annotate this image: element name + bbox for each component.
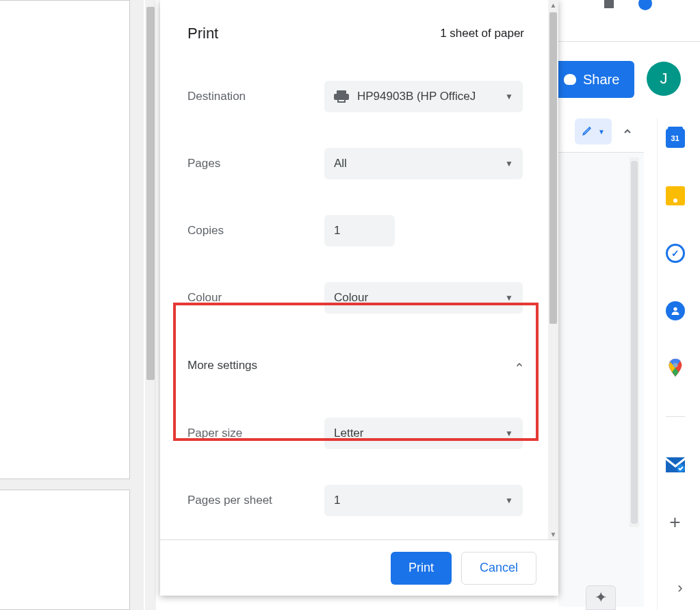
scroll-down-icon[interactable]: ▼ bbox=[548, 529, 558, 539]
caret-down-icon: ▼ bbox=[505, 496, 513, 505]
add-addon-icon[interactable]: + bbox=[666, 513, 685, 532]
chevron-up-icon bbox=[515, 360, 524, 372]
paper-size-label: Paper size bbox=[187, 427, 324, 440]
document-scrollbar[interactable] bbox=[630, 157, 639, 527]
print-button[interactable]: Print bbox=[391, 552, 452, 585]
share-label: Share bbox=[583, 72, 619, 88]
print-dialog: Print 1 sheet of paper Destination HP949… bbox=[160, 0, 558, 596]
cancel-button[interactable]: Cancel bbox=[461, 552, 536, 585]
slide-thumbnail[interactable] bbox=[0, 0, 130, 479]
more-settings-toggle[interactable]: More settings bbox=[160, 331, 552, 400]
side-panel: 31 + › bbox=[657, 118, 692, 610]
colour-select[interactable]: Colour ▼ bbox=[324, 282, 523, 314]
thumbnail-scrollbar[interactable] bbox=[145, 0, 156, 610]
toolbar-right: ▼ bbox=[575, 118, 640, 144]
scrollbar-thumb[interactable] bbox=[631, 161, 638, 524]
account-avatar[interactable]: J bbox=[647, 62, 681, 96]
side-panel-divider bbox=[666, 416, 685, 417]
pages-select[interactable]: All ▼ bbox=[324, 148, 523, 179]
share-button[interactable]: Share bbox=[553, 61, 634, 98]
svg-point-2 bbox=[673, 363, 677, 368]
slide-thumbnail-panel bbox=[0, 0, 144, 610]
destination-label: Destination bbox=[187, 90, 324, 103]
pages-per-sheet-value: 1 bbox=[334, 494, 340, 507]
caret-down-icon: ▼ bbox=[598, 128, 605, 136]
maps-icon[interactable] bbox=[666, 359, 685, 378]
tasks-icon[interactable] bbox=[666, 244, 685, 263]
scrollbar-thumb[interactable] bbox=[146, 7, 155, 380]
more-settings-label: More settings bbox=[187, 359, 257, 372]
colour-value: Colour bbox=[334, 291, 368, 305]
paper-size-value: Letter bbox=[334, 427, 363, 440]
scrollbar-thumb[interactable] bbox=[549, 12, 557, 324]
share-icon bbox=[564, 74, 576, 85]
caret-down-icon: ▼ bbox=[505, 159, 513, 168]
header-icon[interactable] bbox=[604, 0, 614, 8]
pencil-icon bbox=[582, 124, 594, 139]
destination-select[interactable]: HP94903B (HP OfficeJ ▼ bbox=[324, 81, 523, 112]
sparkle-icon: ✦ bbox=[595, 589, 607, 607]
caret-down-icon: ▼ bbox=[505, 92, 513, 101]
dialog-scrollbar[interactable]: ▲ ▼ bbox=[548, 0, 558, 539]
collapse-toolbar-button[interactable] bbox=[614, 118, 640, 144]
pages-value: All bbox=[334, 157, 347, 170]
destination-value: HP94903B (HP OfficeJ bbox=[357, 90, 476, 103]
slide-thumbnail[interactable] bbox=[0, 490, 130, 610]
mail-addon-icon[interactable] bbox=[666, 455, 685, 474]
side-panel-collapse-button[interactable]: › bbox=[665, 573, 695, 603]
calendar-icon[interactable]: 31 bbox=[666, 129, 685, 148]
colour-label: Colour bbox=[187, 291, 324, 305]
copies-label: Copies bbox=[187, 224, 324, 238]
pages-per-sheet-select[interactable]: 1 ▼ bbox=[324, 485, 523, 516]
editing-mode-button[interactable]: ▼ bbox=[575, 118, 612, 144]
pages-label: Pages bbox=[187, 157, 324, 170]
print-dialog-title: Print bbox=[187, 25, 218, 42]
svg-point-0 bbox=[673, 307, 677, 311]
paper-size-select[interactable]: Letter ▼ bbox=[324, 418, 523, 449]
contacts-icon[interactable] bbox=[666, 301, 685, 320]
printer-icon bbox=[334, 90, 349, 103]
pages-per-sheet-label: Pages per sheet bbox=[187, 494, 324, 507]
copies-input[interactable] bbox=[324, 215, 395, 246]
caret-down-icon: ▼ bbox=[505, 429, 513, 438]
explore-button[interactable]: ✦ bbox=[586, 585, 616, 610]
scroll-up-icon[interactable]: ▲ bbox=[548, 0, 558, 10]
sheet-count-label: 1 sheet of paper bbox=[440, 27, 524, 40]
caret-down-icon: ▼ bbox=[505, 293, 513, 303]
header-divider bbox=[558, 41, 700, 42]
keep-icon[interactable] bbox=[666, 186, 685, 205]
dialog-footer: Print Cancel bbox=[160, 539, 558, 596]
